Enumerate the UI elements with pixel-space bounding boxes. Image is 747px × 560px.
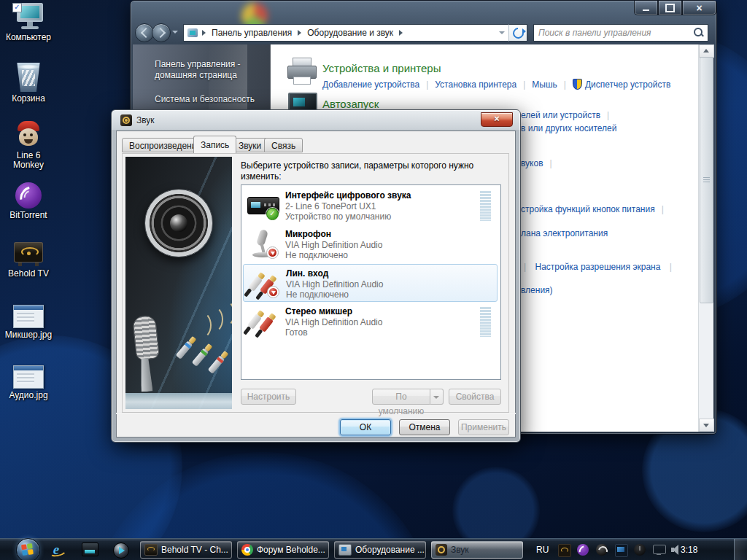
- separator: |: [550, 158, 552, 168]
- maximize-button[interactable]: [658, 1, 682, 15]
- checkbox-icon: ✓: [12, 3, 22, 12]
- device-name: Стерео микшер: [285, 306, 352, 316]
- tab-recording[interactable]: Запись: [193, 136, 236, 153]
- clock-gauge-tray-icon[interactable]: [634, 544, 646, 556]
- device-status: Не подключено: [286, 289, 349, 300]
- disconnected-badge-icon: [266, 246, 279, 259]
- uac-shield-icon: [573, 79, 582, 90]
- disconnected-badge-icon: [267, 286, 279, 298]
- forward-button[interactable]: [152, 23, 171, 42]
- scroll-down-button[interactable]: [699, 419, 714, 432]
- sidebar-item-home[interactable]: Панель управления - домашняя страница: [155, 59, 264, 81]
- desktop-icon-bittorrent[interactable]: BitTorrent: [0, 182, 57, 220]
- breadcrumb-item-hardware-sound[interactable]: Оборудование и звук: [303, 28, 398, 38]
- tab-sounds[interactable]: Звуки: [231, 138, 268, 152]
- device-status: Готов: [285, 327, 308, 338]
- windows-explorer-icon[interactable]: [82, 542, 98, 556]
- tab-communications[interactable]: Связь: [264, 138, 303, 152]
- language-indicator[interactable]: RU: [536, 545, 549, 555]
- audio-interface-icon: ✓: [247, 191, 280, 220]
- properties-button[interactable]: Свойства: [449, 389, 501, 405]
- desktop-icon-computer[interactable]: ✓ Компьютер: [0, 3, 57, 42]
- section-autoplay[interactable]: Автозапуск: [322, 98, 379, 110]
- apply-button[interactable]: Применить: [458, 419, 509, 435]
- task-label: Звук: [451, 545, 469, 555]
- icon-label: Компьютер: [6, 33, 51, 42]
- search-input[interactable]: [537, 26, 686, 40]
- devices-printers-icon: [286, 58, 317, 85]
- partial-link[interactable]: вления): [521, 285, 553, 295]
- media-player-icon[interactable]: [113, 542, 129, 559]
- breadcrumb-item-root[interactable]: Панель управления: [207, 28, 296, 38]
- start-button[interactable]: [16, 538, 40, 560]
- refresh-button[interactable]: [508, 24, 527, 42]
- device-row-microphone[interactable]: Микрофон VIA High Definition Audio Не по…: [243, 225, 498, 263]
- app-tray-icon[interactable]: [596, 544, 608, 556]
- link-device-manager[interactable]: Диспетчер устройств: [585, 79, 670, 90]
- desktop-icon-recycle-bin[interactable]: Корзина: [0, 63, 57, 104]
- link-add-device[interactable]: Добавление устройства: [322, 79, 419, 90]
- dialog-titlebar[interactable]: Звук: [112, 110, 520, 131]
- stereo-mixer-icon: [247, 307, 280, 336]
- scroll-up-button[interactable]: [699, 44, 714, 58]
- partial-link[interactable]: в или других носителей: [521, 123, 616, 133]
- icon-label: Behold TV: [8, 269, 49, 279]
- set-default-dropdown-icon[interactable]: [430, 389, 444, 405]
- bittorrent-tray-icon[interactable]: [577, 544, 589, 556]
- taskbar-task-hardware[interactable]: Оборудование ...: [334, 541, 426, 559]
- device-row-line-in[interactable]: Лин. вход VIA High Definition Audio Не п…: [243, 264, 498, 302]
- taskbar-clock[interactable]: 3:18: [681, 545, 697, 555]
- icon-label: Line 6 Monkey: [8, 151, 49, 170]
- icon-label: Корзина: [12, 94, 45, 104]
- separator: |: [564, 79, 566, 90]
- desktop-icon-behold-tv[interactable]: Behold TV: [0, 242, 57, 279]
- desktop-icon-mixer-jpg[interactable]: Микшер.jpg: [0, 305, 57, 340]
- behold-tv-tray-icon[interactable]: [558, 544, 571, 557]
- taskbar-task-sound[interactable]: Звук: [431, 541, 523, 559]
- breadcrumb[interactable]: Панель управления Оборудование и звук: [183, 24, 510, 42]
- partial-link[interactable]: елей или устройств|: [521, 110, 616, 120]
- icon-label: BitTorrent: [9, 211, 47, 220]
- dialog-client-area: Воспроизведение Запись Звуки Связь: [116, 131, 516, 438]
- separator: |: [662, 204, 664, 214]
- link-add-printer[interactable]: Установка принтера: [435, 79, 516, 90]
- task-label: Behold TV - Ch...: [161, 545, 228, 555]
- separator: |: [523, 79, 525, 90]
- recycle-bin-icon: [16, 63, 41, 92]
- link-mouse[interactable]: Мышь: [532, 79, 557, 90]
- image-file-icon: [13, 365, 44, 389]
- close-button[interactable]: ×: [682, 1, 716, 15]
- device-row-stereo-mixer[interactable]: Стерео микшер VIA High Definition Audio …: [243, 303, 498, 341]
- minimize-button[interactable]: [634, 1, 658, 15]
- internet-explorer-icon[interactable]: e: [48, 542, 64, 557]
- partial-link[interactable]: стройка функций кнопок питания|: [521, 204, 670, 214]
- partial-link[interactable]: | Настройка разрешения экрана |: [517, 262, 678, 272]
- instruction-text: Выберите устройство записи, параметры ко…: [241, 160, 495, 182]
- configure-button[interactable]: Настроить: [241, 389, 296, 405]
- show-desktop-button[interactable]: [734, 539, 747, 560]
- device-row-digital-interface[interactable]: ✓ Интерфейс цифрового звука 2- Line 6 To…: [243, 187, 498, 225]
- display-tray-icon[interactable]: [615, 544, 628, 557]
- search-icon: [694, 28, 703, 36]
- taskbar-task-forum[interactable]: Форум Beholde...: [237, 541, 329, 559]
- desktop-icon-audio-jpg[interactable]: Аудио.jpg: [0, 365, 57, 400]
- scrollbar-thumb[interactable]: [700, 57, 713, 303]
- sidebar-item-system-security[interactable]: Система и безопасность: [155, 94, 264, 105]
- taskbar-task-behold-tv[interactable]: Behold TV - Ch...: [140, 541, 232, 559]
- partial-link[interactable]: вуков|: [521, 158, 559, 168]
- dialog-close-button[interactable]: ×: [481, 112, 513, 127]
- address-dropdown-icon[interactable]: [499, 31, 505, 34]
- recent-pages-dropdown-icon[interactable]: [172, 31, 178, 34]
- ok-button[interactable]: ОК: [340, 419, 391, 435]
- network-monitor-tray-icon[interactable]: [653, 545, 666, 554]
- monkey-icon: [15, 121, 42, 149]
- window-controls: ×: [634, 1, 716, 15]
- icon-label: Микшер.jpg: [5, 330, 52, 340]
- desktop: ✓ Компьютер Корзина Line 6 Monkey BitTor…: [0, 0, 747, 560]
- partial-link[interactable]: лана электропитания: [521, 228, 608, 238]
- set-default-button[interactable]: По умолчанию: [372, 389, 430, 405]
- desktop-icon-line6-monkey[interactable]: Line 6 Monkey: [0, 121, 57, 170]
- separator: |: [426, 79, 428, 90]
- cancel-button[interactable]: Отмена: [399, 419, 450, 435]
- section-devices-printers[interactable]: Устройства и принтеры: [322, 62, 441, 74]
